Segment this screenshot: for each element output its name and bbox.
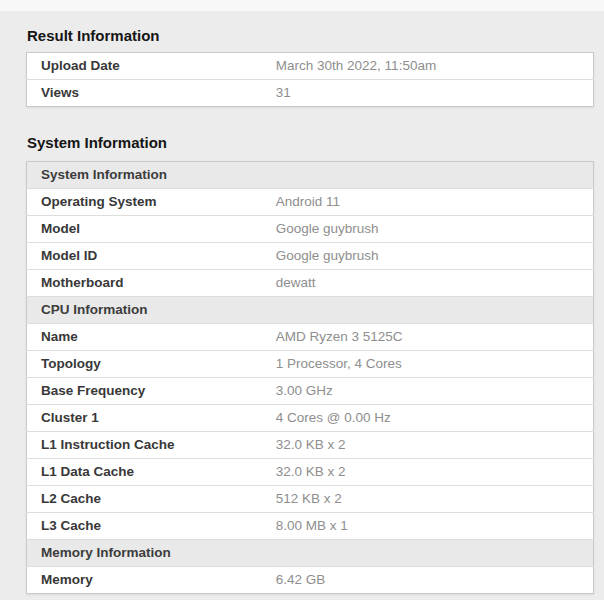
row-value: 31 [262, 80, 594, 107]
row-value: Android 11 [262, 189, 594, 216]
result-information-table: Upload Date March 30th 2022, 11:50am Vie… [26, 52, 594, 107]
table-section-header-row: System Information [27, 162, 594, 189]
system-information-table: System Information Operating System Andr… [26, 161, 594, 594]
row-value: 8.00 MB x 1 [262, 513, 594, 540]
row-value: 1 Processor, 4 Cores [262, 351, 594, 378]
table-section-header-label: CPU Information [27, 297, 594, 324]
row-label: Model ID [27, 243, 262, 270]
table-section-header-label: Memory Information [27, 540, 594, 567]
system-information-section: System Information System Information Op… [26, 134, 594, 594]
result-information-section: Result Information Upload Date March 30t… [26, 27, 594, 107]
table-row: Topology 1 Processor, 4 Cores [27, 351, 594, 378]
row-label: L2 Cache [27, 486, 262, 513]
top-strip [0, 0, 604, 11]
row-label: L3 Cache [27, 513, 262, 540]
row-value: 6.42 GB [262, 567, 594, 594]
row-value: AMD Ryzen 3 5125C [262, 324, 594, 351]
row-label: Operating System [27, 189, 262, 216]
row-label: Memory [27, 567, 262, 594]
row-label: Views [27, 80, 262, 107]
table-row: Cluster 1 4 Cores @ 0.00 Hz [27, 405, 594, 432]
row-value: 4 Cores @ 0.00 Hz [262, 405, 594, 432]
row-value: 32.0 KB x 2 [262, 459, 594, 486]
row-label: Name [27, 324, 262, 351]
row-label: L1 Instruction Cache [27, 432, 262, 459]
table-row: L1 Instruction Cache 32.0 KB x 2 [27, 432, 594, 459]
row-label: Base Frequency [27, 378, 262, 405]
row-value: Google guybrush [262, 216, 594, 243]
table-row: L1 Data Cache 32.0 KB x 2 [27, 459, 594, 486]
row-value: Google guybrush [262, 243, 594, 270]
table-row: L2 Cache 512 KB x 2 [27, 486, 594, 513]
row-value: 32.0 KB x 2 [262, 432, 594, 459]
table-row: Views 31 [27, 80, 594, 107]
table-row: Name AMD Ryzen 3 5125C [27, 324, 594, 351]
system-information-heading: System Information [27, 134, 594, 152]
result-information-heading: Result Information [27, 27, 594, 45]
row-label: Model [27, 216, 262, 243]
page-content: Result Information Upload Date March 30t… [26, 27, 594, 594]
row-value: dewatt [262, 270, 594, 297]
row-value: March 30th 2022, 11:50am [262, 53, 594, 80]
table-section-header-row: Memory Information [27, 540, 594, 567]
row-label: Cluster 1 [27, 405, 262, 432]
table-row: L3 Cache 8.00 MB x 1 [27, 513, 594, 540]
table-section-header-row: CPU Information [27, 297, 594, 324]
row-label: Motherboard [27, 270, 262, 297]
row-label: Upload Date [27, 53, 262, 80]
table-section-header-label: System Information [27, 162, 594, 189]
row-label: Topology [27, 351, 262, 378]
table-row: Memory 6.42 GB [27, 567, 594, 594]
row-value: 512 KB x 2 [262, 486, 594, 513]
table-row: Model ID Google guybrush [27, 243, 594, 270]
table-row: Motherboard dewatt [27, 270, 594, 297]
table-row: Operating System Android 11 [27, 189, 594, 216]
table-row: Upload Date March 30th 2022, 11:50am [27, 53, 594, 80]
row-value: 3.00 GHz [262, 378, 594, 405]
table-row: Model Google guybrush [27, 216, 594, 243]
row-label: L1 Data Cache [27, 459, 262, 486]
table-row: Base Frequency 3.00 GHz [27, 378, 594, 405]
